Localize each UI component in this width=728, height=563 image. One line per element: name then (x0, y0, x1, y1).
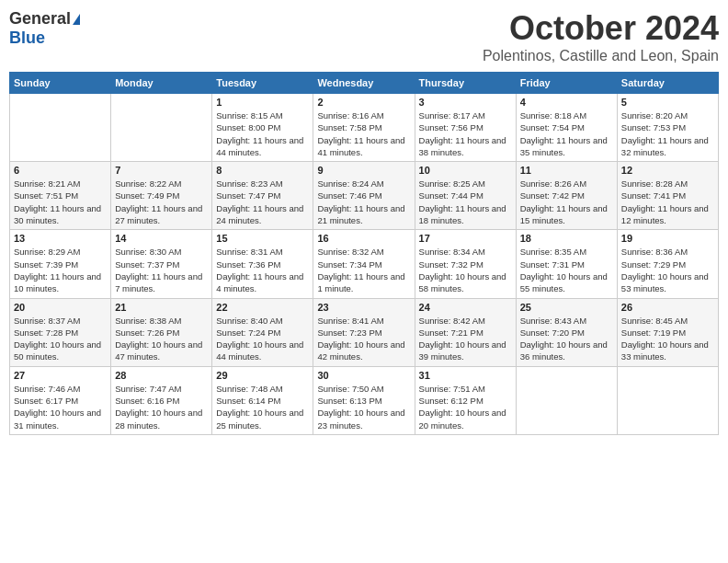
day-info: Sunrise: 8:43 AM Sunset: 7:20 PM Dayligh… (520, 315, 613, 363)
day-info: Sunrise: 8:18 AM Sunset: 7:54 PM Dayligh… (520, 109, 613, 158)
day-info: Sunrise: 8:40 AM Sunset: 7:24 PM Dayligh… (216, 315, 309, 363)
calendar-week-row: 20 Sunrise: 8:37 AM Sunset: 7:28 PM Dayl… (10, 298, 719, 366)
day-info: Sunrise: 8:42 AM Sunset: 7:21 PM Dayligh… (419, 315, 512, 363)
month-title: October 2024 (483, 9, 719, 48)
day-info: Sunrise: 7:46 AM Sunset: 6:17 PM Dayligh… (14, 383, 107, 431)
calendar-week-row: 13 Sunrise: 8:29 AM Sunset: 7:39 PM Dayl… (10, 230, 719, 298)
day-number: 29 (216, 370, 309, 381)
day-number: 15 (216, 233, 309, 244)
weekday-header-tuesday: Tuesday (212, 73, 313, 94)
calendar-cell: 14 Sunrise: 8:30 AM Sunset: 7:37 PM Dayl… (111, 230, 212, 298)
weekday-header-wednesday: Wednesday (313, 73, 415, 94)
calendar-cell: 13 Sunrise: 8:29 AM Sunset: 7:39 PM Dayl… (10, 230, 111, 298)
calendar-cell: 22 Sunrise: 8:40 AM Sunset: 7:24 PM Dayl… (212, 298, 313, 366)
day-number: 13 (14, 233, 107, 244)
day-info: Sunrise: 8:17 AM Sunset: 7:56 PM Dayligh… (419, 109, 512, 158)
day-info: Sunrise: 8:15 AM Sunset: 8:00 PM Dayligh… (216, 109, 309, 158)
calendar-week-row: 6 Sunrise: 8:21 AM Sunset: 7:51 PM Dayli… (10, 162, 719, 230)
day-info: Sunrise: 8:34 AM Sunset: 7:32 PM Dayligh… (419, 246, 512, 294)
day-info: Sunrise: 8:22 AM Sunset: 7:49 PM Dayligh… (115, 178, 208, 226)
day-info: Sunrise: 8:21 AM Sunset: 7:51 PM Dayligh… (14, 178, 107, 226)
day-info: Sunrise: 8:26 AM Sunset: 7:42 PM Dayligh… (520, 178, 613, 226)
calendar-cell: 5 Sunrise: 8:20 AM Sunset: 7:53 PM Dayli… (617, 94, 718, 162)
day-number: 18 (520, 233, 613, 244)
calendar-cell: 31 Sunrise: 7:51 AM Sunset: 6:12 PM Dayl… (415, 366, 516, 434)
day-number: 17 (419, 233, 512, 244)
day-info: Sunrise: 8:37 AM Sunset: 7:28 PM Dayligh… (14, 315, 107, 363)
day-info: Sunrise: 7:51 AM Sunset: 6:12 PM Dayligh… (419, 383, 512, 431)
day-number: 26 (621, 302, 714, 313)
calendar-cell: 9 Sunrise: 8:24 AM Sunset: 7:46 PM Dayli… (313, 162, 415, 230)
day-number: 16 (317, 233, 410, 244)
day-number: 30 (317, 370, 410, 381)
calendar-cell: 24 Sunrise: 8:42 AM Sunset: 7:21 PM Dayl… (415, 298, 516, 366)
calendar-cell: 1 Sunrise: 8:15 AM Sunset: 8:00 PM Dayli… (212, 94, 313, 162)
day-info: Sunrise: 7:50 AM Sunset: 6:13 PM Dayligh… (317, 383, 410, 431)
day-number: 8 (216, 165, 309, 176)
day-number: 10 (419, 165, 512, 176)
calendar-cell: 26 Sunrise: 8:45 AM Sunset: 7:19 PM Dayl… (617, 298, 718, 366)
day-number: 19 (621, 233, 714, 244)
day-info: Sunrise: 8:36 AM Sunset: 7:29 PM Dayligh… (621, 246, 714, 294)
day-info: Sunrise: 7:48 AM Sunset: 6:14 PM Dayligh… (216, 383, 309, 431)
calendar-cell: 18 Sunrise: 8:35 AM Sunset: 7:31 PM Dayl… (516, 230, 617, 298)
calendar-cell: 15 Sunrise: 8:31 AM Sunset: 7:36 PM Dayl… (212, 230, 313, 298)
calendar-cell (617, 366, 718, 434)
calendar-week-row: 27 Sunrise: 7:46 AM Sunset: 6:17 PM Dayl… (10, 366, 719, 434)
day-info: Sunrise: 8:31 AM Sunset: 7:36 PM Dayligh… (216, 246, 309, 294)
calendar-cell: 3 Sunrise: 8:17 AM Sunset: 7:56 PM Dayli… (415, 94, 516, 162)
calendar-cell: 28 Sunrise: 7:47 AM Sunset: 6:16 PM Dayl… (111, 366, 212, 434)
day-number: 28 (115, 370, 208, 381)
day-info: Sunrise: 8:25 AM Sunset: 7:44 PM Dayligh… (419, 178, 512, 226)
day-info: Sunrise: 8:24 AM Sunset: 7:46 PM Dayligh… (317, 178, 410, 226)
calendar-cell: 7 Sunrise: 8:22 AM Sunset: 7:49 PM Dayli… (111, 162, 212, 230)
calendar-cell: 30 Sunrise: 7:50 AM Sunset: 6:13 PM Dayl… (313, 366, 415, 434)
calendar-cell: 27 Sunrise: 7:46 AM Sunset: 6:17 PM Dayl… (10, 366, 111, 434)
calendar-cell (10, 94, 111, 162)
day-number: 25 (520, 302, 613, 313)
day-info: Sunrise: 8:23 AM Sunset: 7:47 PM Dayligh… (216, 178, 309, 226)
calendar-cell: 10 Sunrise: 8:25 AM Sunset: 7:44 PM Dayl… (415, 162, 516, 230)
calendar-cell (516, 366, 617, 434)
calendar-cell: 12 Sunrise: 8:28 AM Sunset: 7:41 PM Dayl… (617, 162, 718, 230)
day-number: 1 (216, 97, 309, 108)
weekday-header-friday: Friday (516, 73, 617, 94)
calendar-table: SundayMondayTuesdayWednesdayThursdayFrid… (9, 72, 719, 435)
day-info: Sunrise: 8:29 AM Sunset: 7:39 PM Dayligh… (14, 246, 107, 294)
day-number: 2 (317, 97, 410, 108)
day-number: 3 (419, 97, 512, 108)
weekday-header-thursday: Thursday (415, 73, 516, 94)
day-number: 12 (621, 165, 714, 176)
day-info: Sunrise: 8:28 AM Sunset: 7:41 PM Dayligh… (621, 178, 714, 226)
calendar-cell: 16 Sunrise: 8:32 AM Sunset: 7:34 PM Dayl… (313, 230, 415, 298)
day-info: Sunrise: 8:35 AM Sunset: 7:31 PM Dayligh… (520, 246, 613, 294)
day-info: Sunrise: 8:32 AM Sunset: 7:34 PM Dayligh… (317, 246, 410, 294)
day-number: 31 (419, 370, 512, 381)
calendar-week-row: 1 Sunrise: 8:15 AM Sunset: 8:00 PM Dayli… (10, 94, 719, 162)
day-number: 22 (216, 302, 309, 313)
calendar-cell: 20 Sunrise: 8:37 AM Sunset: 7:28 PM Dayl… (10, 298, 111, 366)
day-info: Sunrise: 8:30 AM Sunset: 7:37 PM Dayligh… (115, 246, 208, 294)
title-section: October 2024 Polentinos, Castille and Le… (483, 9, 719, 64)
calendar-cell: 8 Sunrise: 8:23 AM Sunset: 7:47 PM Dayli… (212, 162, 313, 230)
calendar-cell (111, 94, 212, 162)
day-number: 24 (419, 302, 512, 313)
day-info: Sunrise: 8:38 AM Sunset: 7:26 PM Dayligh… (115, 315, 208, 363)
weekday-header-sunday: Sunday (10, 73, 111, 94)
calendar-cell: 29 Sunrise: 7:48 AM Sunset: 6:14 PM Dayl… (212, 366, 313, 434)
logo: General Blue (9, 9, 80, 48)
calendar-cell: 19 Sunrise: 8:36 AM Sunset: 7:29 PM Dayl… (617, 230, 718, 298)
calendar-cell: 17 Sunrise: 8:34 AM Sunset: 7:32 PM Dayl… (415, 230, 516, 298)
location-title: Polentinos, Castille and Leon, Spain (483, 48, 719, 64)
calendar-cell: 25 Sunrise: 8:43 AM Sunset: 7:20 PM Dayl… (516, 298, 617, 366)
logo-blue-text: Blue (9, 29, 45, 48)
day-info: Sunrise: 8:16 AM Sunset: 7:58 PM Dayligh… (317, 109, 410, 158)
day-number: 11 (520, 165, 613, 176)
day-number: 21 (115, 302, 208, 313)
logo-general-text: General (9, 9, 71, 29)
weekday-header-saturday: Saturday (617, 73, 718, 94)
calendar-cell: 4 Sunrise: 8:18 AM Sunset: 7:54 PM Dayli… (516, 94, 617, 162)
weekday-header-row: SundayMondayTuesdayWednesdayThursdayFrid… (10, 73, 719, 94)
day-info: Sunrise: 7:47 AM Sunset: 6:16 PM Dayligh… (115, 383, 208, 431)
day-number: 5 (621, 97, 714, 108)
